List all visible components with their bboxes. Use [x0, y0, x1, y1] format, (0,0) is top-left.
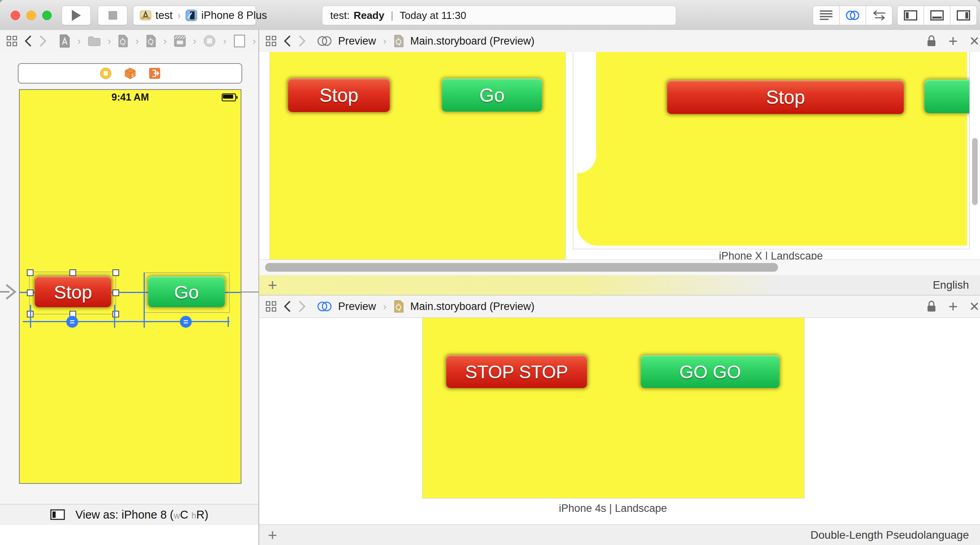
close-window-button[interactable]	[11, 11, 20, 20]
crumb-separator: ›	[135, 35, 140, 47]
svg-text:1: 1	[131, 73, 134, 78]
project-scheme-icon	[140, 9, 151, 21]
add-device-button[interactable]: +	[268, 276, 277, 294]
preview-device-card: STOP STOP GO GO	[422, 318, 804, 498]
preview-circles-icon[interactable]	[317, 35, 332, 47]
jumpbar-section[interactable]: Preview	[338, 300, 376, 313]
preview-device-label: iPhone 4s | Landscape	[422, 502, 804, 515]
lock-icon[interactable]	[926, 300, 937, 313]
exit-dock-icon[interactable]	[148, 67, 161, 80]
storyboard-file-icon[interactable]	[118, 35, 128, 47]
resize-handle[interactable]	[27, 289, 34, 296]
standard-editor-button[interactable]	[813, 6, 840, 25]
crumb-separator: ›	[382, 35, 387, 47]
add-device-button[interactable]: +	[268, 526, 277, 544]
back-chevron-icon[interactable]	[283, 300, 292, 313]
related-items-icon[interactable]	[6, 35, 17, 47]
first-responder-dock-icon[interactable]: 1	[124, 67, 137, 80]
stop-button-canvas[interactable]: Stop	[35, 276, 111, 307]
back-chevron-icon[interactable]	[283, 35, 292, 47]
stop-run-button[interactable]	[98, 6, 127, 25]
trait-r: R	[196, 508, 204, 521]
constraint-tick	[144, 272, 145, 328]
assistant-circles-icon	[845, 10, 860, 21]
lock-icon[interactable]	[926, 35, 937, 47]
play-icon	[71, 9, 81, 21]
navigator-panel-button[interactable]	[897, 6, 924, 25]
trait-c: C	[180, 508, 188, 521]
preview-top-content: Stop Go Stop iPhone X | Landscape	[259, 52, 980, 259]
storyboard-entry-arrow[interactable]	[0, 283, 18, 300]
jumpbar-file[interactable]: Main.storyboard (Preview)	[410, 35, 535, 47]
preview-bottom-content: STOP STOP GO GO iPhone 4s | Landscape	[259, 318, 980, 524]
preview-language-menu[interactable]: English	[933, 279, 969, 291]
view-controller-icon[interactable]	[203, 35, 216, 47]
horizontal-scroll-track[interactable]	[259, 259, 980, 276]
equal-width-badge[interactable]: =	[180, 316, 192, 328]
jumpbar-section[interactable]: Preview	[338, 35, 376, 47]
device-canvas[interactable]: 9:41 AM Stop Go	[19, 89, 241, 484]
preview-stop-button: Stop	[288, 78, 390, 112]
preview-stop-button: STOP STOP	[446, 355, 587, 388]
related-items-icon[interactable]	[266, 35, 277, 47]
preview-language-menu[interactable]: Double-Length Pseudolanguage	[810, 529, 969, 541]
battery-icon	[222, 93, 236, 101]
destination-name: iPhone 8 Plus	[201, 9, 267, 22]
assistant-editor-button[interactable]	[840, 6, 866, 25]
storyboard-file-icon[interactable]	[146, 35, 156, 47]
go-button-canvas[interactable]: Go	[148, 276, 225, 307]
safe-area-inset	[577, 52, 596, 173]
close-editor-icon[interactable]: ×	[969, 33, 979, 49]
crumb-separator: ›	[163, 35, 168, 47]
preview-device-label: iPhone X | Landscape	[573, 250, 969, 259]
resize-handle[interactable]	[27, 269, 34, 276]
scene-icon[interactable]	[174, 35, 186, 47]
run-button[interactable]	[62, 6, 91, 25]
preview-stop-button: Stop	[667, 80, 904, 114]
navigator-panel-icon	[904, 10, 917, 21]
project-file-icon[interactable]	[59, 34, 70, 48]
back-chevron-icon[interactable]	[24, 35, 32, 47]
storyboard-file-icon[interactable]	[394, 35, 404, 47]
resize-handle[interactable]	[69, 269, 76, 276]
resize-handle[interactable]	[112, 311, 119, 317]
device-orientation-icon	[50, 509, 65, 520]
preview-add-bar: + Double-Length Pseudolanguage	[259, 524, 980, 545]
view-controller-dock-icon[interactable]	[99, 67, 112, 80]
related-items-icon[interactable]	[266, 301, 277, 312]
preview-bottom-jump-bar: Preview › Main.storyboard (Preview) + ×	[259, 295, 980, 318]
panel-toggle-buttons	[897, 6, 977, 24]
scheme-selector[interactable]: test › iPhone 8 Plus	[133, 6, 256, 25]
version-editor-button[interactable]	[866, 6, 892, 25]
group-folder-icon[interactable]	[88, 36, 101, 46]
inspector-panel-button[interactable]	[950, 6, 977, 25]
editor-mode-buttons	[813, 6, 892, 24]
forward-chevron-icon[interactable]	[298, 300, 307, 313]
add-editor-icon[interactable]: +	[948, 33, 958, 49]
jumpbar-file[interactable]: Main.storyboard (Preview)	[410, 300, 535, 313]
resize-handle[interactable]	[112, 269, 119, 276]
preview-top-jump-bar: Preview › Main.storyboard (Preview) + ×	[259, 30, 980, 52]
vertical-scrollbar[interactable]	[972, 138, 978, 205]
zoom-window-button[interactable]	[42, 11, 52, 20]
width-constraint-bar[interactable]	[23, 321, 230, 322]
scheme-name: test	[155, 9, 173, 22]
minimize-window-button[interactable]	[26, 11, 36, 20]
stop-square-icon	[108, 11, 117, 20]
status-app: test:	[330, 9, 350, 22]
add-editor-icon[interactable]: +	[948, 299, 958, 314]
forward-chevron-icon[interactable]	[39, 35, 47, 47]
equal-width-badge[interactable]: =	[66, 316, 78, 328]
debug-area-button[interactable]	[924, 6, 950, 25]
close-editor-icon[interactable]: ×	[969, 298, 979, 315]
preview-circles-icon[interactable]	[317, 300, 332, 312]
toolbar: test › iPhone 8 Plus test: Ready | Today…	[0, 0, 980, 30]
resize-handle[interactable]	[112, 289, 119, 296]
forward-chevron-icon[interactable]	[298, 35, 307, 47]
trait-h-small: h	[191, 511, 196, 521]
horizontal-scrollbar[interactable]	[265, 263, 778, 272]
view-icon[interactable]	[234, 34, 245, 48]
view-as-text: View as: iPhone 8 (	[75, 508, 174, 521]
view-as-bar[interactable]: View as: iPhone 8 (wC hR)	[0, 504, 258, 525]
storyboard-file-icon[interactable]	[394, 300, 404, 313]
